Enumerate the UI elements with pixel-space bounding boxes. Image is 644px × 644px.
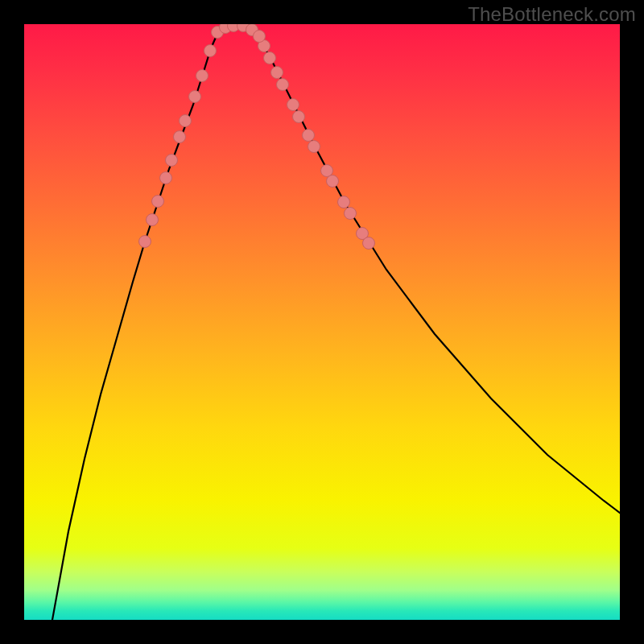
data-dot [287,99,299,111]
dots-bottom [212,24,266,43]
data-dot [277,79,289,91]
data-dot [293,111,305,123]
data-dot [345,208,357,220]
curve-layer [24,24,620,620]
data-dot [180,115,192,127]
bottleneck-curve [52,26,620,620]
data-dot [139,236,151,248]
data-dot [308,141,320,153]
data-dot [189,91,201,103]
data-dot [166,155,178,167]
data-dot [196,70,208,82]
chart-frame: TheBottleneck.com [0,0,644,644]
data-dot [363,237,375,250]
data-dot [327,175,339,188]
data-dot [152,196,164,208]
data-dot [174,131,186,143]
dots-right [258,40,375,250]
data-dot [254,31,266,43]
data-dot [160,172,172,184]
data-dot [264,52,276,64]
data-dot [271,67,283,79]
data-dot [303,130,315,142]
data-dot [338,196,350,208]
watermark-text: TheBottleneck.com [468,3,636,26]
data-dot [147,214,159,226]
data-dot [204,45,217,57]
plot-area [24,24,620,620]
